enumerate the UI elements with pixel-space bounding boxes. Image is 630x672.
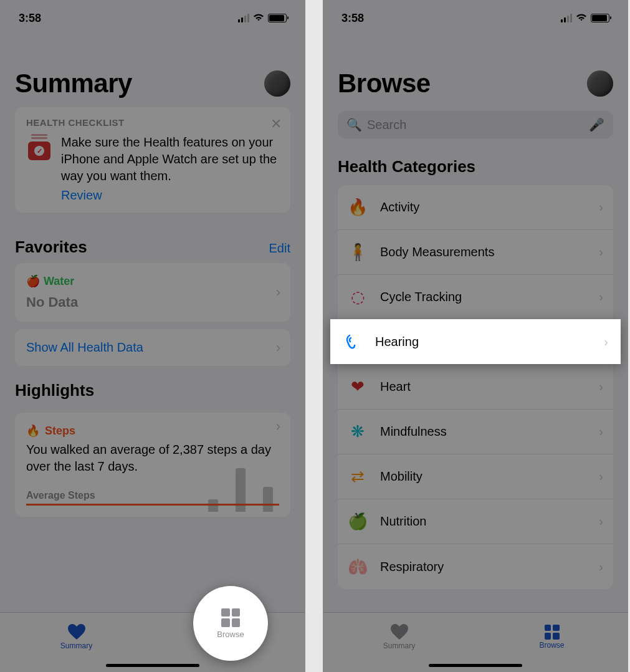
category-nutrition[interactable]: 🍏 Nutrition › [338, 499, 613, 544]
category-label: Hearing [375, 335, 419, 349]
ear-icon [341, 330, 364, 353]
water-label: Water [44, 275, 74, 288]
category-mindfulness[interactable]: ❋ Mindfulness › [338, 410, 613, 454]
home-indicator[interactable] [106, 664, 199, 667]
edit-link[interactable]: Edit [269, 241, 290, 256]
tab-bar: Summary Browse [323, 612, 628, 672]
chevron-right-icon: › [599, 560, 603, 574]
heart-icon [390, 624, 409, 640]
chevron-right-icon: › [599, 245, 603, 259]
favorites-water-card[interactable]: 🍎Water No Data › [15, 263, 290, 322]
battery-icon [268, 14, 287, 22]
heart-icon [67, 624, 86, 640]
tab-browse[interactable]: Browse [475, 613, 628, 672]
battery-icon [591, 14, 609, 22]
signal-icon [238, 14, 249, 22]
phone-browse: 3:58 Browse 🔍 Search 🎤 Health Categories… [323, 0, 628, 672]
favorites-header: Favorites [15, 238, 87, 257]
no-data-label: No Data [26, 294, 279, 310]
avatar[interactable] [264, 70, 290, 97]
person-icon: 🧍 [346, 241, 369, 264]
chevron-right-icon: › [604, 335, 608, 349]
page-title: Summary [15, 69, 132, 98]
apple-icon: 🍏 [346, 511, 369, 533]
mobility-icon: ⇄ [346, 466, 369, 488]
chevron-right-icon: › [599, 380, 603, 394]
checklist-body: Make sure the Health features on your iP… [61, 134, 279, 185]
chevron-right-icon: › [276, 340, 280, 356]
checklist-header: HEALTH CHECKLIST [26, 117, 279, 128]
search-icon: 🔍 [346, 117, 362, 132]
wifi-icon [576, 12, 587, 25]
chevron-right-icon: › [276, 418, 280, 434]
cycle-icon: ◌ [346, 286, 369, 309]
browse-highlight-label: Browse [217, 630, 244, 639]
tab-summary-label: Summary [383, 641, 415, 650]
heart-icon: ❤ [346, 376, 369, 398]
category-cycle-tracking[interactable]: ◌ Cycle Tracking › [338, 275, 613, 320]
show-all-health-data[interactable]: Show All Health Data › [15, 329, 290, 366]
status-bar: 3:58 [323, 0, 628, 31]
chevron-right-icon: › [599, 469, 603, 484]
steps-label: Steps [45, 425, 75, 438]
category-label: Mobility [380, 469, 422, 484]
show-all-label: Show All Health Data [26, 340, 143, 354]
signal-icon [561, 14, 572, 22]
chevron-right-icon: › [599, 514, 603, 529]
checklist-icon: ✓ [26, 134, 52, 203]
category-label: Mindfulness [380, 425, 447, 439]
category-label: Respiratory [380, 560, 444, 574]
chevron-right-icon: › [599, 200, 603, 214]
grid-icon [221, 608, 240, 627]
category-activity[interactable]: 🔥 Activity › [338, 185, 613, 230]
water-icon: 🍎 [26, 274, 40, 288]
chart-avg-line [26, 504, 279, 506]
health-checklist-card: HEALTH CHECKLIST ✕ ✓ Make sure the Healt… [15, 107, 290, 213]
lungs-icon: 🫁 [346, 555, 369, 578]
review-link[interactable]: Review [61, 188, 102, 203]
category-label: Activity [380, 200, 419, 214]
flame-icon: 🔥 [346, 196, 369, 219]
mic-icon[interactable]: 🎤 [589, 117, 604, 132]
tab-summary[interactable]: Summary [0, 613, 153, 672]
wifi-icon [253, 12, 264, 25]
category-respiratory[interactable]: 🫁 Respiratory › [338, 544, 613, 589]
chevron-right-icon: › [599, 425, 603, 439]
close-icon[interactable]: ✕ [270, 116, 282, 132]
status-time: 3:58 [341, 12, 364, 25]
highlights-header: Highlights [15, 381, 94, 400]
category-label: Body Measurements [380, 245, 494, 259]
grid-icon [545, 625, 560, 640]
tab-browse-label: Browse [539, 641, 564, 650]
status-bar: 3:58 [0, 0, 305, 31]
phone-summary: 3:58 Summary HEALTH CHECKLIST ✕ ✓ Make s… [0, 0, 305, 672]
browse-tab-highlight[interactable]: Browse [193, 586, 268, 661]
chevron-right-icon: › [276, 284, 280, 300]
category-list: 🔥 Activity › 🧍 Body Measurements › ◌ Cyc… [338, 185, 613, 589]
flame-icon: 🔥 [26, 424, 40, 438]
category-hearing[interactable]: Hearing › [330, 319, 621, 364]
search-input[interactable]: 🔍 Search 🎤 [338, 111, 613, 138]
category-label: Heart [380, 380, 411, 394]
category-heart[interactable]: ❤ Heart › [338, 365, 613, 410]
avatar[interactable] [587, 70, 613, 97]
tab-summary-label: Summary [60, 641, 92, 650]
search-placeholder: Search [367, 118, 406, 132]
status-time: 3:58 [19, 12, 41, 25]
category-label: Cycle Tracking [380, 290, 462, 304]
category-mobility[interactable]: ⇄ Mobility › [338, 454, 613, 499]
mindfulness-icon: ❋ [346, 421, 369, 443]
category-body-measurements[interactable]: 🧍 Body Measurements › [338, 230, 613, 275]
health-categories-header: Health Categories [323, 153, 628, 185]
steps-highlight-card[interactable]: 🔥Steps › You walked an average of 2,387 … [15, 413, 290, 517]
page-title: Browse [338, 69, 431, 98]
home-indicator[interactable] [429, 664, 522, 667]
tab-summary[interactable]: Summary [323, 613, 475, 672]
category-label: Nutrition [380, 514, 426, 529]
chevron-right-icon: › [599, 290, 603, 304]
